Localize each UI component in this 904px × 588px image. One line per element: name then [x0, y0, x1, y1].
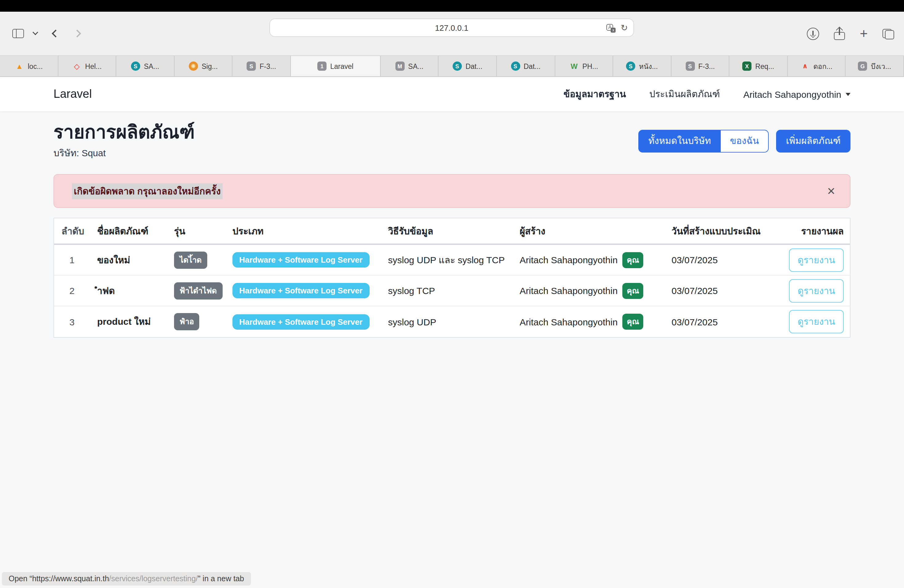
model-badge: ไดไ้าด	[174, 251, 207, 269]
tab-php[interactable]: WPH...	[555, 56, 613, 76]
created-date: 03/07/2025	[664, 285, 782, 296]
share-icon[interactable]	[834, 28, 845, 40]
you-badge: คุณ	[623, 252, 643, 268]
close-icon[interactable]: ×	[827, 184, 835, 198]
tab-dok[interactable]: ∧ดอก...	[788, 56, 846, 76]
app-navbar: Laravel ข้อมูลมาตรฐาน ประเมินผลิตภัณฑ์ A…	[0, 77, 904, 111]
model-badge: ฟ้าไดำไฟด	[174, 282, 222, 299]
my-products-button[interactable]: ของฉัน	[721, 130, 769, 152]
letter-s-icon: S	[685, 62, 695, 71]
table-row: 1 ของใหม่ ไดไ้าด Hardware + Software Log…	[54, 245, 850, 275]
url-text: 127.0.0.1	[435, 23, 468, 32]
error-message: เกิดข้อผิดพลาด กรุณาลองใหม่อีกครั้ง	[72, 183, 223, 199]
table-header-row: ลำดับ ชื่อผลิตภัณฑ์ รุ่น ประเภท วิธีรับข…	[54, 218, 850, 245]
tab-localhost[interactable]: ▲loc...	[0, 56, 58, 76]
letter-s-icon: S	[247, 62, 256, 71]
page-title: รายการผลิตภัณฑ์	[54, 121, 194, 143]
add-product-button[interactable]: เพิ่มผลิตภัณฑ์	[776, 130, 850, 152]
w3schools-icon: W	[569, 62, 579, 71]
type-badge: Hardware + Software Log Server	[232, 314, 369, 329]
tab-f3-1[interactable]: SF-3...	[233, 56, 291, 76]
tab-overview-icon[interactable]	[882, 28, 894, 39]
table-row: 2 ําฟด ฟ้าไดำไฟด Hardware + Software Log…	[54, 275, 850, 306]
brand-logo[interactable]: Laravel	[54, 87, 92, 101]
tab-sa[interactable]: MSA...	[381, 56, 439, 76]
screenshot-viewport: 127.0.0.1 Ax ↻ + ▲loc... ◇Hel... SSA... …	[0, 0, 904, 588]
sidebar-toggle-icon[interactable]	[12, 29, 24, 38]
view-report-button[interactable]: ดูรายงาน	[789, 279, 844, 302]
creator-name: Aritach Sahapongyothin	[520, 285, 618, 296]
nav-link-standard-data[interactable]: ข้อมูลมาตรฐาน	[564, 87, 626, 101]
filter-button-group: ทั้งหมดในบริษัท ของฉัน	[638, 130, 769, 152]
tab-strip: ▲loc... ◇Hel... SSA... ✺Sig... SF-3... 1…	[0, 56, 904, 77]
table-row: 3 product ใหม่ ฟำอ Hardware + Software L…	[54, 306, 850, 337]
sharepoint-icon: S	[131, 62, 140, 71]
creator-name: Aritach Sahapongyothin	[520, 254, 618, 265]
new-tab-icon[interactable]: +	[860, 28, 868, 40]
seal-icon: ✺	[189, 62, 198, 71]
type-badge: Hardware + Software Log Server	[232, 252, 369, 267]
view-report-button[interactable]: ดูรายงาน	[789, 248, 844, 272]
downloads-icon[interactable]	[807, 28, 819, 40]
main-content: รายการผลิตภัณฑ์ บริษัท: Squat ทั้งหมดในบ…	[0, 111, 904, 338]
user-dropdown[interactable]: Aritach Sahapongyothin	[743, 89, 850, 100]
chevron-down-icon[interactable]	[33, 30, 38, 35]
forward-icon	[73, 30, 81, 37]
products-table: ลำดับ ชื่อผลิตภัณฑ์ รุ่น ประเภท วิธีรับข…	[54, 218, 850, 338]
nav-link-evaluate-product[interactable]: ประเมินผลิตภัณฑ์	[650, 87, 720, 101]
tab-f3-2[interactable]: SF-3...	[671, 56, 729, 76]
type-badge: Hardware + Software Log Server	[232, 283, 369, 298]
created-date: 03/07/2025	[664, 316, 782, 327]
tab-sig[interactable]: ✺Sig...	[174, 56, 232, 76]
phpmyadmin-icon: ▲	[15, 62, 24, 71]
excel-icon: X	[742, 62, 751, 71]
company-label: บริษัท: Squat	[54, 146, 194, 161]
sharepoint-icon: S	[453, 62, 462, 71]
link-status-bar: Open “https://www.squat.in.th/services/l…	[2, 572, 251, 586]
letter-m-icon: M	[395, 62, 405, 71]
browser-window: 127.0.0.1 Ax ↻ + ▲loc... ◇Hel... SSA... …	[0, 0, 904, 588]
user-name: Aritach Sahapongyothin	[743, 89, 841, 100]
tab-helper[interactable]: ◇Hel...	[58, 56, 116, 76]
you-badge: คุณ	[623, 314, 643, 330]
sharepoint-icon: S	[626, 62, 635, 71]
red-chevrons-icon: ∧	[800, 62, 809, 71]
model-badge: ฟำอ	[174, 313, 199, 330]
browser-toolbar: 127.0.0.1 Ax ↻ +	[0, 12, 904, 56]
tab-bueng[interactable]: Gบึงเว...	[846, 56, 904, 76]
tab-sharepoint-1[interactable]: SSA...	[116, 56, 174, 76]
creator-name: Aritach Sahapongyothin	[520, 316, 618, 327]
view-report-button[interactable]: ดูรายงาน	[789, 310, 844, 334]
number-1-icon: 1	[317, 62, 327, 71]
laravel-icon: ◇	[72, 62, 82, 71]
tab-dat-1[interactable]: SDat...	[439, 56, 497, 76]
created-date: 03/07/2025	[664, 254, 782, 265]
tab-nung[interactable]: Sหนัง...	[613, 56, 671, 76]
all-company-button[interactable]: ทั้งหมดในบริษัท	[638, 130, 721, 152]
reload-icon[interactable]: ↻	[621, 23, 628, 33]
address-bar[interactable]: 127.0.0.1 Ax ↻	[269, 19, 634, 37]
tab-req[interactable]: XReq...	[729, 56, 787, 76]
sharepoint-icon: S	[511, 62, 520, 71]
tab-laravel-active[interactable]: 1Laravel	[291, 56, 381, 76]
translate-icon[interactable]: Ax	[607, 24, 616, 32]
error-alert: เกิดข้อผิดพลาด กรุณาลองใหม่อีกครั้ง ×	[54, 174, 850, 208]
caret-down-icon	[846, 93, 850, 96]
back-icon[interactable]	[52, 30, 59, 37]
letter-g-icon: G	[858, 62, 867, 71]
tab-dat-2[interactable]: SDat...	[497, 56, 555, 76]
you-badge: คุณ	[623, 283, 643, 299]
menu-bar	[0, 0, 904, 12]
